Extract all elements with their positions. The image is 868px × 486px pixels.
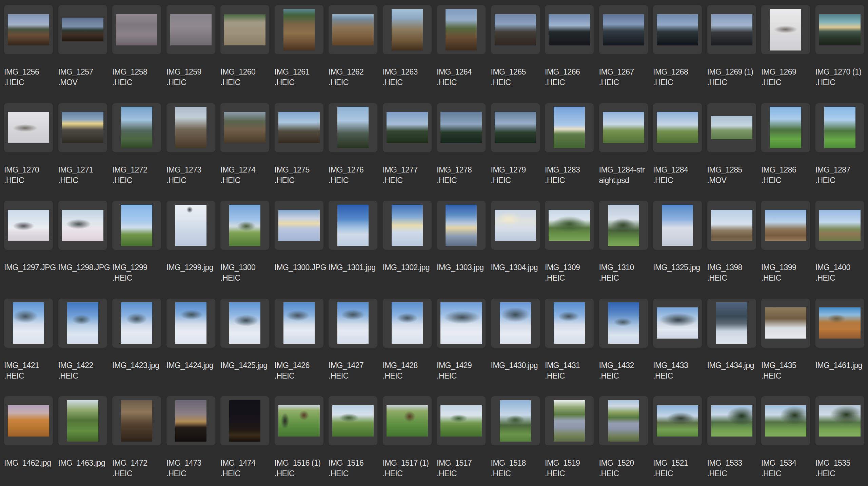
file-item[interactable]: IMG_1269 (1) .HEIC <box>707 5 762 103</box>
file-item[interactable]: IMG_1301.jpg <box>329 201 383 299</box>
thumbnail-tile[interactable] <box>599 396 648 445</box>
file-item[interactable]: IMG_1274 .HEIC <box>220 103 275 201</box>
file-item[interactable]: IMG_1263 .HEIC <box>383 5 437 103</box>
thumbnail-tile[interactable] <box>707 201 756 250</box>
file-item[interactable]: IMG_1300 .HEIC <box>220 201 275 299</box>
file-item[interactable]: IMG_1260 .HEIC <box>220 5 275 103</box>
thumbnail-tile[interactable] <box>491 396 540 445</box>
thumbnail-tile[interactable] <box>4 396 53 445</box>
file-item[interactable]: IMG_1279 .HEIC <box>491 103 545 201</box>
file-item[interactable]: IMG_1430.jpg <box>491 299 545 397</box>
file-item[interactable]: IMG_1399 .HEIC <box>761 201 815 299</box>
file-item[interactable]: IMG_1516 (1) .HEIC <box>275 396 329 486</box>
thumbnail-tile[interactable] <box>220 103 269 152</box>
file-item[interactable]: IMG_1463.jpg <box>58 396 113 486</box>
file-item[interactable]: IMG_1517 .HEIC <box>437 396 491 486</box>
thumbnail-tile[interactable] <box>329 396 377 445</box>
thumbnail-tile[interactable] <box>166 5 215 54</box>
file-item[interactable]: IMG_1270 .HEIC <box>4 103 58 201</box>
file-item[interactable]: IMG_1266 .HEIC <box>545 5 599 103</box>
thumbnail-tile[interactable] <box>4 5 53 54</box>
file-item[interactable]: IMG_1425.jpg <box>220 299 275 397</box>
file-item[interactable]: IMG_1262 .HEIC <box>329 5 383 103</box>
file-item[interactable]: IMG_1473 .HEIC <box>166 396 221 486</box>
thumbnail-tile[interactable] <box>545 5 594 54</box>
thumbnail-tile[interactable] <box>383 299 432 348</box>
thumbnail-tile[interactable] <box>653 103 702 152</box>
thumbnail-tile[interactable] <box>653 201 702 250</box>
thumbnail-tile[interactable] <box>58 299 107 348</box>
file-item[interactable]: IMG_1435 .HEIC <box>761 299 815 397</box>
thumbnail-tile[interactable] <box>329 5 377 54</box>
thumbnail-tile[interactable] <box>653 5 702 54</box>
file-item[interactable]: IMG_1516 .HEIC <box>329 396 383 486</box>
thumbnail-tile[interactable] <box>491 5 540 54</box>
thumbnail-tile[interactable] <box>545 201 594 250</box>
file-item[interactable]: IMG_1309 .HEIC <box>545 201 599 299</box>
file-item[interactable]: IMG_1285 .MOV <box>707 103 762 201</box>
file-item[interactable]: IMG_1259 .HEIC <box>166 5 221 103</box>
file-item[interactable]: IMG_1299 .HEIC <box>112 201 166 299</box>
thumbnail-tile[interactable] <box>329 103 377 152</box>
thumbnail-tile[interactable] <box>166 103 215 152</box>
thumbnail-tile[interactable] <box>329 299 377 348</box>
file-item[interactable]: IMG_1429 .HEIC <box>437 299 491 397</box>
thumbnail-tile[interactable] <box>707 396 756 445</box>
thumbnail-tile[interactable] <box>166 201 215 250</box>
thumbnail-tile[interactable] <box>220 396 269 445</box>
thumbnail-tile[interactable] <box>491 299 540 348</box>
thumbnail-tile[interactable] <box>815 201 864 250</box>
file-item[interactable]: IMG_1462.jpg <box>4 396 58 486</box>
thumbnail-tile[interactable] <box>4 299 53 348</box>
file-item[interactable]: IMG_1533 .HEIC <box>707 396 762 486</box>
thumbnail-tile[interactable] <box>815 396 864 445</box>
file-item[interactable]: IMG_1276 .HEIC <box>329 103 383 201</box>
file-item[interactable]: IMG_1283 .HEIC <box>545 103 599 201</box>
file-item[interactable]: IMG_1264 .HEIC <box>437 5 491 103</box>
file-item[interactable]: IMG_1398 .HEIC <box>707 201 762 299</box>
thumbnail-tile[interactable] <box>112 5 161 54</box>
thumbnail-tile[interactable] <box>761 396 810 445</box>
thumbnail-tile[interactable] <box>275 299 323 348</box>
thumbnail-tile[interactable] <box>383 396 432 445</box>
file-item[interactable]: IMG_1268 .HEIC <box>653 5 707 103</box>
thumbnail-tile[interactable] <box>58 201 107 250</box>
thumbnail-tile[interactable] <box>112 396 161 445</box>
file-item[interactable]: IMG_1431 .HEIC <box>545 299 599 397</box>
thumbnail-tile[interactable] <box>112 201 161 250</box>
thumbnail-tile[interactable] <box>653 396 702 445</box>
thumbnail-tile[interactable] <box>58 396 107 445</box>
thumbnail-tile[interactable] <box>437 5 486 54</box>
file-item[interactable]: IMG_1517 (1) .HEIC <box>383 396 437 486</box>
file-item[interactable]: IMG_1284-str aight.psd <box>599 103 653 201</box>
file-item[interactable]: IMG_1428 .HEIC <box>383 299 437 397</box>
file-item[interactable]: IMG_1270 (1) .HEIC <box>815 5 868 103</box>
thumbnail-tile[interactable] <box>383 5 432 54</box>
thumbnail-tile[interactable] <box>437 103 486 152</box>
thumbnail-tile[interactable] <box>58 103 107 152</box>
thumbnail-tile[interactable] <box>437 396 486 445</box>
file-item[interactable]: IMG_1433 .HEIC <box>653 299 707 397</box>
file-item[interactable]: IMG_1299.jpg <box>166 201 221 299</box>
file-item[interactable]: IMG_1421 .HEIC <box>4 299 58 397</box>
thumbnail-tile[interactable] <box>112 299 161 348</box>
thumbnail-tile[interactable] <box>383 201 432 250</box>
thumbnail-tile[interactable] <box>599 201 648 250</box>
file-item[interactable]: IMG_1277 .HEIC <box>383 103 437 201</box>
thumbnail-tile[interactable] <box>545 103 594 152</box>
file-item[interactable]: IMG_1461.jpg <box>815 299 868 397</box>
thumbnail-tile[interactable] <box>275 396 323 445</box>
thumbnail-tile[interactable] <box>761 5 810 54</box>
file-item[interactable]: IMG_1424.jpg <box>166 299 221 397</box>
file-item[interactable]: IMG_1273 .HEIC <box>166 103 221 201</box>
file-item[interactable]: IMG_1426 .HEIC <box>275 299 329 397</box>
file-item[interactable]: IMG_1284 .HEIC <box>653 103 707 201</box>
file-item[interactable]: IMG_1310 .HEIC <box>599 201 653 299</box>
file-item[interactable]: IMG_1472 .HEIC <box>112 396 166 486</box>
file-item[interactable]: IMG_1325.jpg <box>653 201 707 299</box>
file-item[interactable]: IMG_1302.jpg <box>383 201 437 299</box>
thumbnail-tile[interactable] <box>383 103 432 152</box>
file-item[interactable]: IMG_1304.jpg <box>491 201 545 299</box>
file-item[interactable]: IMG_1269 .HEIC <box>761 5 815 103</box>
file-item[interactable]: IMG_1519 .HEIC <box>545 396 599 486</box>
